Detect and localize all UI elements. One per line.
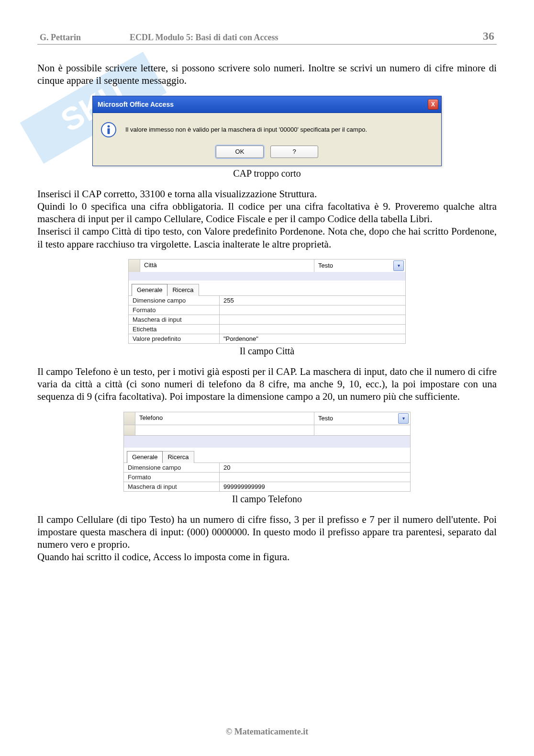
access-dialog: Microsoft Office Access X Il valore imme…: [92, 96, 442, 166]
tab-ricerca[interactable]: Ricerca: [162, 451, 194, 463]
prop-label: Dimensione campo: [124, 463, 220, 472]
prop-row[interactable]: Valore predefinito "Pordenone": [129, 334, 405, 343]
svg-point-3: [108, 125, 110, 127]
prop-value[interactable]: 999999999999: [220, 482, 410, 491]
dialog-title: Microsoft Office Access: [98, 101, 174, 108]
prop-value[interactable]: [220, 325, 405, 334]
property-list: Dimensione campo 255 Formato Maschera di…: [128, 295, 406, 344]
prop-label: Etichetta: [129, 325, 220, 334]
field-name[interactable]: Città: [140, 260, 314, 272]
prop-value[interactable]: 255: [220, 296, 405, 305]
prop-value[interactable]: [220, 473, 410, 482]
svg-rect-4: [108, 128, 110, 134]
field-properties-citta: Città Testo ▾ Generale Ricerca Dimension…: [128, 259, 406, 344]
spacer: [128, 272, 406, 281]
prop-value[interactable]: [220, 305, 405, 315]
field-type[interactable]: Testo: [314, 260, 393, 271]
tab-ricerca[interactable]: Ricerca: [167, 284, 199, 296]
paragraph-1: Non è possibile scrivere lettere, si pos…: [37, 62, 497, 87]
info-icon: [100, 122, 117, 138]
prop-value[interactable]: 20: [220, 463, 410, 472]
tab-generale[interactable]: Generale: [127, 451, 163, 463]
prop-row[interactable]: Dimensione campo 255: [129, 295, 405, 305]
prop-label: Formato: [129, 305, 220, 315]
tabs: Generale Ricerca: [128, 281, 406, 295]
row-selector[interactable]: [129, 260, 140, 272]
dialog-titlebar: Microsoft Office Access X: [93, 96, 441, 113]
prop-label: Valore predefinito: [129, 334, 220, 343]
chevron-down-icon[interactable]: ▾: [398, 413, 409, 424]
prop-row[interactable]: Etichetta: [129, 324, 405, 334]
header-title: ECDL Modulo 5: Basi di dati con Access: [81, 33, 483, 43]
prop-label: Formato: [124, 473, 220, 482]
ok-button[interactable]: OK: [216, 146, 264, 158]
header-author: G. Pettarin: [37, 33, 81, 43]
prop-row[interactable]: Maschera di input 999999999999: [124, 482, 410, 491]
caption-cap: CAP troppo corto: [37, 168, 497, 179]
field-name[interactable]: Telefono: [135, 412, 314, 425]
field-properties-telefono: Telefono Testo ▾ Generale Ricerca: [123, 412, 411, 492]
paragraph-5: Il campo Telefono è un testo, per i moti…: [37, 365, 497, 403]
paragraph-2: Inserisci il CAP corretto, 33100 e torna…: [37, 188, 497, 200]
footer-copyright: © Matematicamente.it: [0, 727, 534, 737]
spacer: [123, 435, 411, 448]
paragraph-4: Inserisci il campo Città di tipo testo, …: [37, 225, 497, 250]
row-selector[interactable]: [124, 412, 135, 425]
prop-label: Maschera di input: [129, 315, 220, 324]
prop-row[interactable]: Formato: [129, 305, 405, 315]
paragraph-6: Il campo Cellulare (di tipo Testo) ha un…: [37, 513, 497, 551]
caption-citta: Il campo Città: [37, 346, 497, 357]
help-button[interactable]: ?: [270, 146, 318, 158]
prop-label: Maschera di input: [124, 482, 220, 491]
dialog-message: Il valore immesso non è valido per la ma…: [125, 126, 367, 133]
header-page-number: 36: [483, 30, 497, 43]
prop-value[interactable]: "Pordenone": [220, 334, 405, 343]
prop-row[interactable]: Dimensione campo 20: [124, 463, 410, 472]
paragraph-7: Quando hai scritto il codice, Access lo …: [37, 551, 497, 563]
blank-row: [123, 425, 411, 435]
tab-generale[interactable]: Generale: [132, 284, 167, 296]
tabs: Generale Ricerca: [123, 448, 411, 463]
field-row[interactable]: Città Testo ▾: [128, 259, 406, 272]
close-icon[interactable]: X: [428, 99, 438, 110]
chevron-down-icon[interactable]: ▾: [393, 260, 404, 271]
prop-row[interactable]: Maschera di input: [129, 315, 405, 324]
property-list: Dimensione campo 20 Formato Maschera di …: [123, 463, 411, 492]
field-type[interactable]: Testo: [314, 413, 398, 424]
page-header: G. Pettarin ECDL Modulo 5: Basi di dati …: [37, 30, 497, 45]
paragraph-3: Quindi lo 0 specifica una cifra obbligat…: [37, 200, 497, 226]
prop-label: Dimensione campo: [129, 296, 220, 305]
caption-telefono: Il campo Telefono: [37, 494, 497, 505]
prop-row[interactable]: Formato: [124, 472, 410, 482]
field-row[interactable]: Telefono Testo ▾: [123, 412, 411, 425]
prop-value[interactable]: [220, 315, 405, 324]
